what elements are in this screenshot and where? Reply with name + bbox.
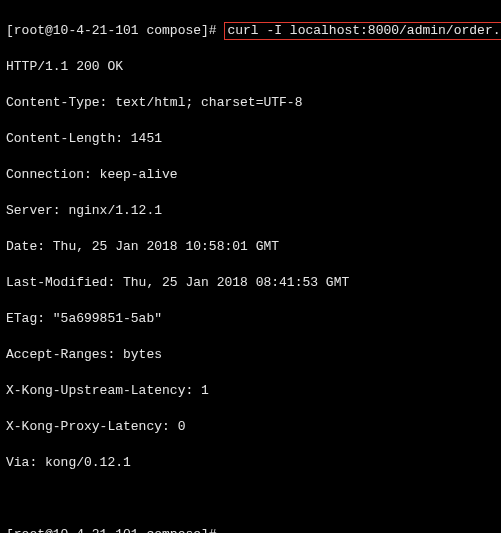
resp-line: Content-Length: 1451 [6, 130, 495, 148]
cmd-line-1[interactable]: [root@10-4-21-101 compose]# curl -I loca… [6, 22, 495, 40]
resp-line: ETag: "5a699851-5ab" [6, 310, 495, 328]
cmd-line-2[interactable]: [root@10-4-21-101 compose]# [6, 526, 495, 533]
highlighted-command-1: curl -I localhost:8000/admin/order.html [224, 22, 501, 40]
resp-line: Accept-Ranges: bytes [6, 346, 495, 364]
blank-line [6, 490, 495, 508]
resp-line: Last-Modified: Thu, 25 Jan 2018 08:41:53… [6, 274, 495, 292]
resp-line: Server: nginx/1.12.1 [6, 202, 495, 220]
terminal-output: [root@10-4-21-101 compose]# curl -I loca… [0, 0, 501, 533]
resp-line: Via: kong/0.12.1 [6, 454, 495, 472]
resp-line: X-Kong-Upstream-Latency: 1 [6, 382, 495, 400]
resp-line: X-Kong-Proxy-Latency: 0 [6, 418, 495, 436]
prompt: [root@10-4-21-101 compose]# [6, 23, 224, 38]
resp-line: Connection: keep-alive [6, 166, 495, 184]
resp-line: HTTP/1.1 200 OK [6, 58, 495, 76]
resp-line: Content-Type: text/html; charset=UTF-8 [6, 94, 495, 112]
resp-line: Date: Thu, 25 Jan 2018 10:58:01 GMT [6, 238, 495, 256]
